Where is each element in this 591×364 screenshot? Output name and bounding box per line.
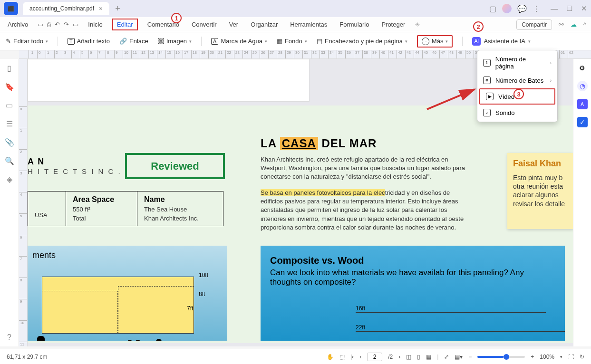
undo-icon[interactable]: ↶ (55, 21, 60, 28)
window-square-icon[interactable]: ▢ (489, 4, 496, 13)
user-avatar-icon[interactable] (502, 4, 512, 13)
menu-formulario[interactable]: Formulario (337, 19, 372, 29)
theme-icon[interactable]: ☀ (415, 21, 420, 28)
marca-agua-button[interactable]: A Marca de Agua ▾ (211, 38, 267, 45)
translate-icon[interactable]: A (577, 99, 588, 109)
watermark-icon: A (211, 38, 218, 45)
mas-button[interactable]: ⋯ Más ▾ (417, 35, 453, 48)
menu-organizar[interactable]: Organizar (248, 19, 281, 29)
cell-usa: USA (35, 211, 59, 219)
label-22ft: 22ft (356, 324, 365, 331)
chat-icon[interactable]: 💬 (517, 4, 527, 13)
check-icon[interactable]: ✓ (577, 117, 588, 127)
zoom-value[interactable]: 100% (540, 354, 554, 360)
dd-numero-pagina[interactable]: 1 Número de página › (477, 52, 557, 73)
menu-inicio[interactable]: Inicio (85, 19, 105, 29)
zoom-in-icon[interactable]: + (531, 354, 534, 360)
new-tab-button[interactable]: + (115, 4, 120, 14)
anadir-texto-button[interactable]: T Añadir texto (68, 38, 110, 45)
chevron-down-icon: ▾ (46, 39, 48, 44)
tab-title: accounting_Combinar.pdf (29, 5, 94, 12)
comment-panel-icon[interactable]: ▭ (6, 101, 13, 110)
chevron-down-icon: ▾ (265, 39, 267, 44)
ai-icon: AI (472, 37, 481, 46)
edit-toolbar: ✎ Editar todo ▾ T Añadir texto 🔗 Enlace … (0, 32, 591, 50)
menu-herramientas[interactable]: Herramientas (287, 19, 330, 29)
share-link-icon[interactable]: ⚯ (559, 21, 564, 28)
menu-ver[interactable]: Ver (226, 19, 242, 29)
save-icon[interactable]: ▭ (73, 21, 78, 28)
attachment-icon[interactable]: 📎 (5, 138, 14, 147)
label-16ft: 16ft (356, 305, 365, 312)
menu-proteger[interactable]: Proteger (378, 19, 408, 29)
reviewed-stamp: Reviewed (125, 153, 225, 179)
view-split-icon[interactable]: ◫ (406, 354, 411, 360)
page-input[interactable] (367, 353, 382, 361)
view-thumb-icon[interactable]: ▦ (426, 354, 431, 360)
menu-editar[interactable]: Editar (112, 19, 138, 30)
select-tool-icon[interactable]: ⬚ (339, 354, 345, 360)
page-total: /2 (388, 354, 393, 360)
page-thumb-icon[interactable]: ▯ (7, 64, 11, 73)
toolbar-collapse-icon[interactable]: ^ (583, 21, 586, 28)
prev-page-icon[interactable]: ‹ (359, 354, 361, 360)
minimize-icon[interactable]: — (551, 4, 558, 13)
marca-agua-label: Marca de Agua (221, 38, 262, 45)
chevron-down-icon[interactable]: ▾ (560, 354, 562, 359)
help-icon[interactable]: ? (7, 333, 11, 342)
callout-2: 2 (473, 21, 484, 32)
mas-label: Más (432, 38, 444, 45)
ments-label: ments (28, 246, 227, 265)
menu-archivo[interactable]: Archivo (5, 19, 31, 29)
chatbot-icon[interactable]: ◔ (577, 81, 588, 91)
close-tab-icon[interactable]: × (99, 5, 103, 12)
view-single-icon[interactable]: ▯ (417, 354, 420, 360)
view-mode-icon[interactable]: ▤▾ (455, 354, 463, 360)
zoom-slider[interactable] (477, 356, 525, 358)
paragraph-2: Se basa en paneles fotovoltaicos para la… (261, 189, 470, 232)
fields-icon[interactable]: ☰ (6, 119, 13, 128)
dd-label: Vídeo (498, 93, 514, 100)
encabezado-button[interactable]: ▤ Encabezado y pie de página ▾ (317, 38, 407, 45)
sticky-note[interactable]: Faisal Khan Esto pinta muy b otra reunió… (507, 153, 573, 229)
fondo-label: Fondo (285, 38, 302, 45)
open-icon[interactable]: ▭ (38, 21, 43, 28)
zoom-out-icon[interactable]: − (468, 354, 472, 360)
asistente-ia-button[interactable]: AI Asistente de IA ▾ (472, 37, 530, 46)
menu-convertir[interactable]: Convertir (189, 19, 220, 29)
measurements-panel: ments 10ft 8ft 7ft (28, 246, 227, 341)
close-window-icon[interactable]: ✕ (581, 4, 587, 13)
video-icon: ▶ (486, 93, 494, 100)
dd-numero-bates[interactable]: # Número de Bates › (477, 73, 557, 87)
print-icon[interactable]: ⎙ (47, 21, 51, 28)
fondo-button[interactable]: ▦ Fondo ▾ (277, 38, 307, 45)
kebab-menu-icon[interactable]: ⋮ (533, 4, 540, 13)
dd-label: Número de Bates (495, 77, 543, 84)
image-icon: 🖼 (158, 38, 164, 45)
layers-icon[interactable]: ◈ (7, 175, 12, 184)
editar-todo-button[interactable]: ✎ Editar todo ▾ (6, 38, 48, 45)
menubar: Archivo ▭ ⎙ ↶ ↷ ▭ Inicio Editar Comentar… (0, 17, 591, 32)
cloud-icon[interactable]: ☁ (571, 21, 577, 28)
maximize-icon[interactable]: ☐ (566, 4, 572, 13)
header-footer-icon: ▤ (317, 38, 322, 45)
chevron-down-icon: ▾ (528, 39, 531, 44)
search-icon[interactable]: 🔍 (5, 156, 14, 165)
dd-sonido[interactable]: ♪ Sonido (477, 105, 557, 120)
bookmark-icon[interactable]: 🔖 (5, 82, 14, 91)
imagen-button[interactable]: 🖼 Imagen ▾ (158, 38, 192, 45)
first-page-icon[interactable]: |‹ (350, 354, 354, 360)
titlebar-right: ▢ 💬 ⋮ — ☐ ✕ (489, 4, 587, 13)
sliders-icon[interactable]: ⚙ (577, 63, 588, 73)
statusbar: 61,71 x 29,7 cm ✋ ⬚ |‹ ‹ /2 › ◫ ▯ ▦ | ⤢ … (0, 349, 591, 364)
enlace-button[interactable]: 🔗 Enlace (119, 38, 148, 45)
fullscreen-icon[interactable]: ⛶ (568, 354, 574, 360)
hand-tool-icon[interactable]: ✋ (327, 354, 334, 360)
fit-width-icon[interactable]: ⤢ (444, 354, 449, 360)
redo-icon[interactable]: ↷ (64, 21, 69, 28)
refresh-icon[interactable]: ↻ (580, 354, 584, 360)
document-tab[interactable]: accounting_Combinar.pdf × (23, 2, 109, 15)
left-sidebar: ▯ 🔖 ▭ ☰ 📎 🔍 ◈ ? (0, 59, 19, 346)
next-page-icon[interactable]: › (398, 354, 400, 360)
compartir-button[interactable]: Compartir (516, 19, 552, 30)
